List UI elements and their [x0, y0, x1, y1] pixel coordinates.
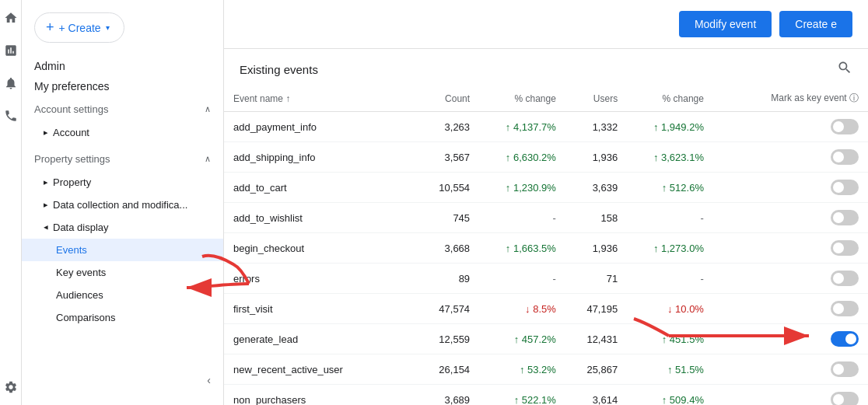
cell-count: 745 [418, 203, 479, 233]
property-settings-header[interactable]: Property settings ∧ [22, 147, 223, 171]
events-label: Events [56, 244, 87, 256]
account-item[interactable]: ▸ Account [22, 121, 223, 144]
create-button[interactable]: + + Create ▾ [34, 12, 124, 43]
modify-event-button[interactable]: Modify event [679, 11, 772, 37]
cell-toggle[interactable] [713, 324, 868, 354]
phone-icon[interactable] [2, 107, 19, 124]
toggle-switch[interactable] [831, 271, 859, 286]
cell-event-name: add_to_cart [224, 173, 418, 203]
audiences-label: Audiences [56, 289, 103, 301]
table-container: Existing events Event name ↑ Count % cha… [224, 49, 868, 405]
cell-count-change: ↑ 1,663.5% [479, 233, 565, 264]
col-users-change: % change [627, 86, 713, 112]
table-row: add_shipping_info3,567↑ 6,630.2%1,936↑ 3… [224, 142, 868, 173]
cell-count: 12,559 [418, 324, 479, 354]
property-arrow: ▸ [44, 177, 48, 187]
cell-count-change: ↑ 6,630.2% [479, 142, 565, 173]
toggle-switch[interactable] [831, 210, 859, 225]
search-icon[interactable] [837, 60, 852, 79]
cell-count: 3,689 [418, 385, 479, 406]
table-row: begin_checkout3,668↑ 1,663.5%1,936↑ 1,27… [224, 233, 868, 264]
toggle-wrapper [723, 240, 859, 256]
my-preferences-item[interactable]: My preferences [22, 75, 223, 97]
main-header: Modify event Create e [224, 0, 868, 49]
cell-count: 3,567 [418, 142, 479, 173]
sidebar-top: + + Create ▾ [22, 0, 223, 49]
cell-event-name: begin_checkout [224, 233, 418, 264]
toggle-switch[interactable] [831, 119, 859, 134]
sidebar: + + Create ▾ Admin My preferences Accoun… [22, 0, 224, 405]
cell-toggle[interactable] [713, 233, 868, 264]
toggle-switch[interactable] [831, 180, 859, 195]
create-event-button[interactable]: Create e [779, 11, 852, 37]
cell-toggle[interactable] [713, 112, 868, 142]
account-settings-label: Account settings [34, 103, 108, 115]
cell-event-name: first_visit [224, 294, 418, 324]
toggle-switch[interactable] [831, 361, 859, 377]
cell-users-change: ↑ 1,273.0% [627, 233, 713, 264]
cell-count-change: ↑ 457.2% [479, 324, 565, 354]
cell-users-change: ↑ 3,623.1% [627, 142, 713, 173]
table-title: Existing events [240, 63, 318, 76]
data-display-item[interactable]: ▾ Data display [22, 216, 223, 239]
cell-users: 3,639 [565, 173, 627, 203]
cell-toggle[interactable] [713, 294, 868, 324]
cell-event-name: new_recent_active_user [224, 354, 418, 385]
cell-event-name: errors [224, 264, 418, 294]
data-display-arrow: ▾ [41, 225, 51, 230]
table-row: errors89-71- [224, 264, 868, 294]
toggle-wrapper [723, 149, 859, 165]
cell-users: 71 [565, 264, 627, 294]
cell-event-name: add_payment_info [224, 112, 418, 142]
home-icon[interactable] [2, 9, 19, 26]
create-chevron: ▾ [106, 23, 110, 32]
data-collection-item[interactable]: ▸ Data collection and modifica... [22, 194, 223, 216]
cell-count-change: ↑ 1,230.9% [479, 173, 565, 203]
col-mark-key: Mark as key event ⓘ [713, 86, 868, 112]
property-item[interactable]: ▸ Property [22, 171, 223, 194]
cell-toggle[interactable] [713, 354, 868, 385]
admin-label: Admin [22, 49, 223, 75]
key-events-label: Key events [56, 267, 106, 278]
cell-toggle[interactable] [713, 203, 868, 233]
toggle-switch[interactable] [831, 392, 859, 405]
col-event-name: Event name ↑ [224, 86, 418, 112]
plus-icon: + [46, 19, 54, 36]
table-row: new_recent_active_user26,154↑ 53.2%25,86… [224, 354, 868, 385]
data-collection-arrow: ▸ [44, 200, 48, 210]
cell-users: 158 [565, 203, 627, 233]
cell-toggle[interactable] [713, 173, 868, 203]
toggle-switch[interactable] [831, 149, 859, 165]
cell-users: 1,936 [565, 233, 627, 264]
settings-icon[interactable] [2, 379, 19, 396]
cell-count: 3,263 [418, 112, 479, 142]
toggle-switch[interactable] [831, 301, 859, 316]
analytics-icon[interactable] [2, 42, 19, 59]
cell-toggle[interactable] [713, 142, 868, 173]
collapse-sidebar-button[interactable]: ‹ [207, 374, 211, 386]
cell-count-change: ↑ 4,137.7% [479, 112, 565, 142]
alerts-icon[interactable] [2, 75, 19, 92]
toggle-switch[interactable] [831, 331, 859, 347]
table-row: generate_lead12,559↑ 457.2%12,431↑ 451.5… [224, 324, 868, 354]
audiences-item[interactable]: Audiences [22, 284, 223, 306]
cell-users-change: - [627, 264, 713, 294]
cell-users-change: ↑ 451.5% [627, 324, 713, 354]
toggle-switch[interactable] [831, 240, 859, 256]
cell-users-change: ↓ 10.0% [627, 294, 713, 324]
events-item[interactable]: Events [22, 239, 223, 261]
comparisons-item[interactable]: Comparisons [22, 306, 223, 329]
property-settings-label: Property settings [34, 153, 110, 165]
property-settings-arrow: ∧ [205, 154, 211, 164]
account-arrow: ▸ [44, 127, 48, 138]
cell-count: 26,154 [418, 354, 479, 385]
cell-users: 3,614 [565, 385, 627, 406]
key-events-item[interactable]: Key events [22, 261, 223, 284]
cell-toggle[interactable] [713, 264, 868, 294]
account-settings-header[interactable]: Account settings ∧ [22, 97, 223, 121]
cell-toggle[interactable] [713, 385, 868, 406]
table-row: non_purchasers3,689↑ 522.1%3,614↑ 509.4% [224, 385, 868, 406]
table-header-row: Event name ↑ Count % change Users % chan… [224, 86, 868, 112]
comparisons-label: Comparisons [56, 312, 116, 323]
table-row: add_payment_info3,263↑ 4,137.7%1,332↑ 1,… [224, 112, 868, 142]
